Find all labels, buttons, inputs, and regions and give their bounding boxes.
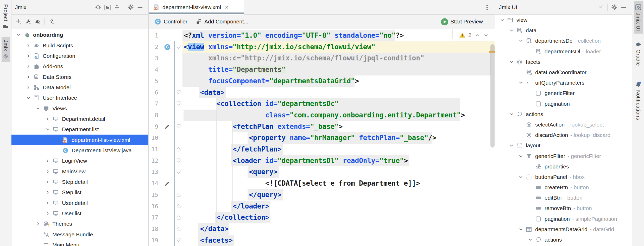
chevron-down-icon[interactable] [508, 59, 515, 65]
project-tree-item-data-model[interactable]: Data Model [11, 82, 148, 93]
chevron-right-icon[interactable] [44, 168, 51, 175]
code-line-13[interactable]: 13 <query> [149, 166, 495, 178]
fold-marker-close[interactable] [175, 189, 183, 201]
chevron-down-icon[interactable] [508, 111, 515, 118]
ui-tree-item-buttonspanel[interactable]: buttonsPanel- hbox [495, 172, 632, 182]
toolwindow-button-gradle[interactable]: Gradle [634, 38, 643, 68]
fold-marker-open[interactable] [175, 41, 183, 53]
gradle-elephant-icon[interactable] [33, 17, 42, 26]
project-tree-item-step-detail[interactable]: Step.detail [11, 177, 148, 187]
fold-marker-open[interactable] [175, 155, 183, 167]
ui-tree-item-selectaction[interactable]: selectAction- lookup_select [495, 119, 632, 130]
project-tree-item-loginview[interactable]: LoginView [11, 156, 148, 166]
code-line-19[interactable]: 19 <facets> [149, 235, 495, 246]
ui-tree-item-dataloadcoordinator[interactable]: dataLoadCoordinator [495, 67, 632, 78]
chevron-right-icon[interactable] [44, 179, 51, 185]
gear-icon[interactable] [126, 3, 135, 12]
code-line-4[interactable]: 4 title="Departments" [149, 64, 495, 75]
project-tree-item-message-bundle[interactable]: Message Bundle [11, 229, 148, 240]
chevron-right-icon[interactable] [25, 63, 32, 70]
ui-tree-item-urlqueryparameters[interactable]: urlQueryParameters [495, 78, 632, 88]
ui-tree-item-removebtn[interactable]: removeBtn- button [495, 203, 632, 213]
code-line-1[interactable]: 1<?xml version="1.0" encoding="UTF-8" st… [149, 30, 495, 41]
project-tree-item-step-list[interactable]: Step.list [11, 187, 148, 198]
code-line-18[interactable]: 18 </data> [149, 223, 495, 235]
project-tree-item-department-list-view-xml[interactable]: <>department-list-view.xml [11, 135, 148, 145]
ui-tree-item-actions[interactable]: actions [495, 235, 632, 245]
chevron-right-icon[interactable] [25, 74, 32, 80]
collapse-all-icon[interactable] [112, 3, 122, 12]
ui-tree-item-facets[interactable]: facets [495, 57, 632, 67]
ui-tree-item-properties[interactable]: properties [495, 161, 632, 172]
code-line-8[interactable]: 8 class="com.company.onboarding.entity.D… [149, 110, 495, 121]
fold-marker-open[interactable] [175, 235, 183, 246]
code-line-14[interactable]: 14 <![CDATA[select e from Department e]]… [149, 178, 495, 189]
chevron-down-icon[interactable] [517, 226, 525, 233]
ui-tree-item-discardaction[interactable]: discardAction- lookup_discard [495, 130, 632, 140]
chevron-right-icon[interactable] [25, 84, 32, 91]
controller-gutter-icon[interactable]: C [162, 41, 172, 53]
ui-tree-item-view[interactable]: view [495, 15, 632, 25]
chevron-down-icon[interactable] [15, 31, 22, 38]
controller-button[interactable]: C Controller [154, 18, 187, 25]
project-tree-item-department-list[interactable]: Department.list [11, 124, 148, 135]
project-tree-item-data-stores[interactable]: Data Stores [11, 72, 148, 82]
chevron-right-icon[interactable] [44, 116, 51, 122]
code-line-17[interactable]: 17 </collection> [149, 212, 495, 223]
project-tree-item-configuration[interactable]: Configuration [11, 51, 148, 61]
start-preview-button[interactable]: Start Preview [441, 18, 483, 25]
fold-marker-close[interactable] [175, 212, 183, 223]
ui-tree-item-createbtn[interactable]: createBtn- button [495, 182, 632, 193]
help-icon[interactable]: ? [47, 17, 56, 26]
project-tree-item-user-detail[interactable]: User.detail [11, 198, 148, 208]
ui-tree-item-departmentsdl[interactable]: departmentsDl- loader [495, 46, 632, 57]
project-tree-item-mainview[interactable]: MainView [11, 166, 148, 176]
code-line-16[interactable]: 16 </loader> [149, 201, 495, 212]
scrollbar-thumb[interactable] [490, 44, 495, 148]
select-opened-file-icon[interactable] [103, 3, 112, 12]
add-button[interactable] [14, 17, 23, 26]
add-component-button[interactable]: Add Component... [196, 18, 248, 25]
toolwindow-button-jmix-ui[interactable]: Jmix UI [634, 1, 643, 34]
locate-icon[interactable] [93, 3, 103, 12]
project-tree-item-department-detail[interactable]: Department.detail [11, 114, 148, 124]
code-line-10[interactable]: 10 <property name="hrManager" fetchPlan=… [149, 132, 495, 144]
chevron-right-icon[interactable] [25, 53, 32, 59]
chevron-down-icon[interactable] [508, 27, 515, 34]
code-line-3[interactable]: 3 xmlns:c="http://jmix.io/schema/flowui/… [149, 53, 495, 64]
toolwindow-button-notifications[interactable]: Notifications [634, 78, 643, 123]
wrench-icon[interactable] [23, 17, 33, 26]
project-tree-item-user-list[interactable]: User.list [11, 208, 148, 219]
project-tree-item-add-ons[interactable]: Add-ons [11, 61, 148, 72]
chevron-down-icon[interactable] [483, 32, 489, 38]
toolwindow-button-project[interactable]: Project [2, 2, 10, 33]
ui-tree-item-actions[interactable]: actions [495, 109, 632, 119]
code-line-6[interactable]: 6 <data> [149, 87, 495, 98]
chevron-down-icon[interactable] [517, 153, 525, 160]
fold-marker-close[interactable] [175, 223, 183, 235]
ui-tree-item-pagination[interactable]: pagination [495, 99, 632, 109]
project-tree-item-themes[interactable]: Themes [11, 219, 148, 229]
ui-tree-item-departmentsdc[interactable]: departmentsDc- collection [495, 36, 632, 46]
toolwindow-button-jmix[interactable]: Jmix [2, 37, 10, 62]
chevron-right-icon[interactable] [44, 189, 51, 196]
code-line-2[interactable]: 2C<view xmlns="http://jmix.io/schema/flo… [149, 41, 495, 53]
fold-marker-close[interactable] [175, 201, 183, 212]
fold-marker-open[interactable] [175, 87, 183, 98]
close-icon[interactable] [224, 4, 230, 10]
chevron-down-icon[interactable] [527, 236, 534, 243]
project-tree-item-main-menu[interactable]: Main Menu [11, 240, 148, 246]
project-tree-item-views[interactable]: Views [11, 103, 148, 113]
scroll-from-source-icon[interactable] [596, 3, 605, 12]
chevron-up-icon[interactable] [474, 32, 480, 38]
ui-tree-item-pagination[interactable]: pagination- simplePagination [495, 214, 632, 224]
chevron-right-icon[interactable] [44, 157, 51, 164]
code-line-15[interactable]: 15 </query> [149, 189, 495, 201]
chevron-right-icon[interactable] [34, 220, 42, 227]
code-line-11[interactable]: 11 </fetchPlan> [149, 144, 495, 155]
code-line-7[interactable]: 7 <collection id="departmentsDc" [149, 98, 495, 110]
project-tree-item-departmentlistview-java[interactable]: CDepartmentListView.java [11, 145, 148, 156]
chevron-down-icon[interactable] [517, 174, 525, 180]
chevron-down-icon[interactable] [517, 79, 525, 86]
project-tree-item-onboarding[interactable]: onboarding [11, 30, 148, 40]
